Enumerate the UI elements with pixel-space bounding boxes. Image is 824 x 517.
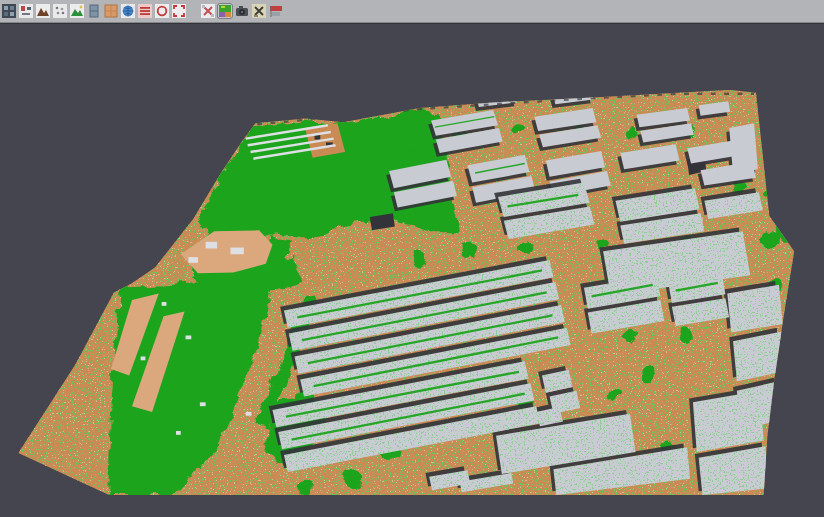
profile-lines-icon[interactable] [138,4,152,18]
circle-select-icon[interactable] [155,4,169,18]
zoom-extent-icon[interactable] [172,4,186,18]
classify-view-icon[interactable] [218,4,232,18]
main-toolbar [0,0,824,23]
column-panel-icon[interactable] [87,4,101,18]
terrain-brown-icon[interactable] [36,4,50,18]
flag-icon[interactable] [269,4,283,18]
ortho-image-icon[interactable] [104,4,118,18]
measure-icon[interactable] [252,4,266,18]
points-icon[interactable] [53,4,67,18]
3d-viewport[interactable] [0,23,824,517]
terrain-green-icon[interactable] [70,4,84,18]
photo-marker-icon[interactable] [19,4,33,18]
clip-cross-icon[interactable] [201,4,215,18]
point-cloud-canvas[interactable] [0,23,824,517]
grid-layers-icon[interactable] [2,4,16,18]
camera-icon[interactable] [235,4,249,18]
globe-icon[interactable] [121,4,135,18]
